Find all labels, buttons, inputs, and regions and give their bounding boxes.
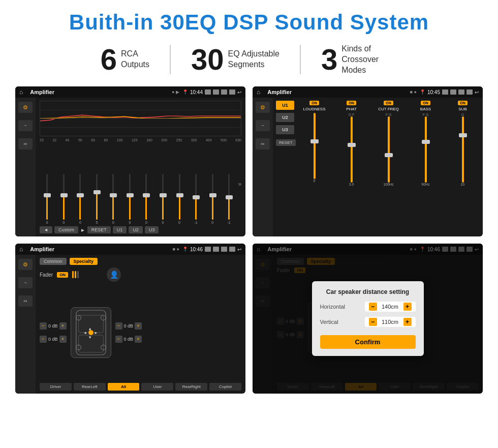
eq-sidebar-btn-1[interactable]: ⚙ [18, 102, 33, 113]
u1-btn-eq[interactable]: U1 [113, 226, 127, 233]
eq-slider-2[interactable]: 0 [56, 174, 72, 224]
phat-slider[interactable] [351, 116, 353, 183]
eq-sliders-row: 0 0 0 [40, 144, 241, 224]
cutfreq-slider[interactable] [388, 116, 390, 183]
fader-sidebar-btn-2[interactable]: ~ [18, 277, 33, 288]
eq-content: 2532 4050 6380 100125 160200 250320 4005… [36, 98, 245, 236]
horizontal-row: Horizontal − 140cm + [320, 302, 416, 312]
eq-sidebar-btn-3[interactable]: ⇔ [18, 138, 33, 150]
sound-icon [213, 89, 219, 95]
rear-left-minus[interactable]: − [40, 336, 47, 343]
window-icon-2 [466, 89, 473, 95]
eq-graph [40, 101, 241, 136]
eq-sidebar-btn-2[interactable]: ~ [18, 120, 33, 131]
phat-on: ON [347, 101, 356, 105]
front-left-minus[interactable]: − [40, 322, 47, 330]
confirm-button[interactable]: Confirm [320, 335, 416, 349]
copilot-btn[interactable]: Copilot [209, 383, 241, 391]
cross-group-loudness: ON LOUDNESS 0 [297, 101, 331, 233]
cutfreq-freq: 100Hz [383, 183, 393, 186]
location-icon: 📍 [182, 89, 188, 95]
stat-eq: 30 EQ Adjustable Segments [171, 45, 301, 74]
front-right-plus[interactable]: + [135, 322, 142, 330]
person-icon: 👤 [107, 267, 121, 282]
horizontal-plus[interactable]: + [403, 303, 412, 311]
home-icon-2[interactable]: ⌂ [257, 88, 260, 96]
rear-right-minus[interactable]: − [115, 336, 122, 343]
front-left-plus[interactable]: + [59, 322, 67, 330]
play-btn[interactable]: ► [80, 227, 85, 233]
tab-specialty[interactable]: Specialty [70, 258, 98, 265]
eq-slider-12[interactable]: -1 [222, 174, 237, 224]
eq-slider-11[interactable]: 0 [205, 174, 220, 224]
crossover-sidebar-btn-2[interactable]: ~ [256, 120, 270, 131]
vertical-plus[interactable]: + [403, 318, 412, 326]
crossover-sidebar-btn-3[interactable]: ⇔ [256, 138, 270, 150]
window-icon [229, 89, 235, 95]
stat-rca: 6 RCA Outputs [80, 45, 171, 74]
preset-u2[interactable]: U2 [276, 113, 294, 122]
back-icon[interactable]: ↩ [237, 89, 241, 95]
sound-icon-3 [213, 247, 219, 252]
home-icon[interactable]: ⌂ [19, 88, 23, 96]
fader-sidebar-btn-3[interactable]: ⇔ [18, 295, 33, 307]
vertical-control: − 110cm + [365, 317, 416, 327]
fader-time: 10:46 [190, 247, 203, 252]
rear-left-btn[interactable]: RearLeft [74, 383, 106, 391]
preset-u3[interactable]: U3 [276, 125, 294, 134]
reset-btn-crossover[interactable]: RESET [276, 139, 296, 146]
user-btn[interactable]: User [141, 383, 173, 391]
phat-label: PHAT [346, 107, 357, 111]
stats-row: 6 RCA Outputs 30 EQ Adjustable Segments … [15, 44, 483, 75]
sub-slider[interactable] [462, 116, 464, 183]
front-left-control: − 0 dB + [40, 322, 67, 330]
eq-slider-9[interactable]: 0 [172, 174, 187, 224]
eq-slider-6[interactable]: 0 [122, 174, 138, 224]
eq-slider-4[interactable]: 5 [89, 174, 105, 224]
prev-preset-btn[interactable]: ◄ [40, 226, 52, 233]
crossover-presets: U1 U2 U3 RESET [276, 101, 294, 233]
speaker-layout-area: − 0 dB + − 0 dB + [40, 284, 241, 380]
horizontal-minus[interactable]: − [369, 303, 377, 311]
crossover-sidebar-btn-1[interactable]: ⚙ [256, 102, 270, 113]
location-icon-3: 📍 [182, 247, 188, 252]
sub-val: 20 [461, 183, 465, 186]
rear-right-plus[interactable]: + [135, 336, 142, 343]
crossover-time: 10:45 [427, 89, 440, 95]
home-icon-3[interactable]: ⌂ [19, 246, 23, 253]
eq-slider-3[interactable]: 0 [73, 174, 88, 224]
sound-icon-2 [450, 89, 456, 95]
eq-slider-8[interactable]: 0 [155, 174, 171, 224]
bottom-buttons-row: Driver RearLeft All User RearRight Copil… [40, 383, 241, 391]
stat-label-crossover: Kinds of Crossover Modes [341, 44, 397, 75]
vertical-minus[interactable]: − [369, 318, 377, 326]
back-icon-3[interactable]: ↩ [237, 247, 241, 252]
front-right-minus[interactable]: − [115, 322, 122, 330]
camera-icon-2 [442, 89, 448, 95]
fader-sidebar-btn-1[interactable]: ⚙ [18, 259, 33, 270]
svg-text:▲: ▲ [88, 326, 92, 331]
left-db-controls: − 0 dB + − 0 dB + [40, 322, 67, 343]
screenshots-grid: ⌂ Amplifier ● ▶ 📍 10:44 ↩ ⚙ [15, 86, 483, 394]
u2-btn-eq[interactable]: U2 [129, 226, 143, 233]
rear-right-btn[interactable]: RearRight [175, 383, 207, 391]
eq-slider-1[interactable]: 0 [40, 174, 55, 224]
preset-u1[interactable]: U1 [276, 101, 294, 110]
loudness-slider[interactable] [314, 113, 316, 179]
distance-dialog: Car speaker distance setting Horizontal … [312, 281, 424, 356]
vertical-value: 110cm [380, 319, 400, 325]
eq-slider-7[interactable]: 0 [139, 174, 154, 224]
driver-btn[interactable]: Driver [40, 383, 72, 391]
eq-slider-5[interactable]: 0 [106, 174, 121, 224]
rear-left-plus[interactable]: + [59, 336, 67, 343]
sub-on: ON [458, 101, 468, 105]
location-icon-2: 📍 [420, 89, 425, 95]
back-icon-2[interactable]: ↩ [475, 89, 479, 95]
reset-btn-eq[interactable]: RESET [87, 226, 111, 233]
all-btn[interactable]: All [108, 383, 140, 391]
tab-common[interactable]: Common [40, 258, 67, 265]
u3-btn-eq[interactable]: U3 [145, 226, 159, 233]
eq-slider-10[interactable]: -1 [189, 174, 204, 224]
bass-slider[interactable] [425, 116, 427, 183]
dialog-screen: ⌂ Amplifier ■ ● 📍 10:46 ↩ ⚙ [253, 244, 483, 394]
